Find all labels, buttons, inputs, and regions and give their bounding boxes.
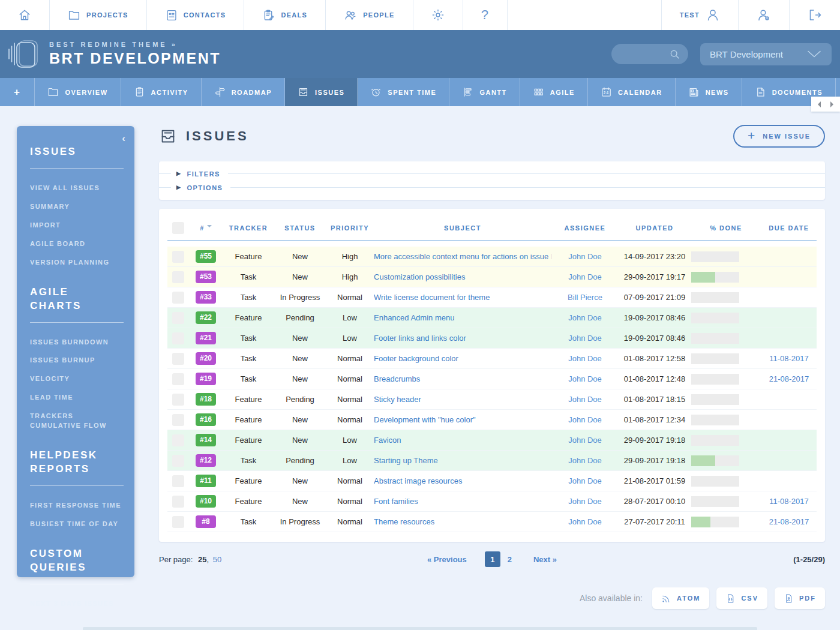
user-menu-button[interactable]: TEST: [661, 0, 738, 30]
sidebar-link-import[interactable]: IMPORT: [30, 221, 122, 230]
add-button[interactable]: +: [0, 78, 35, 106]
table-row[interactable]: #8 Task In Progress Normal Theme resourc…: [167, 512, 817, 532]
contacts-button[interactable]: CONTACTS: [147, 0, 245, 30]
issue-subject-link[interactable]: Footer links and links color: [374, 334, 466, 343]
table-row[interactable]: #20 Task New Normal Footer background co…: [167, 349, 817, 369]
deals-button[interactable]: DEALS: [244, 0, 326, 30]
table-row[interactable]: #12 Task Pending Low Starting up Theme J…: [167, 451, 817, 471]
sidebar-link-busiest-time-of-day[interactable]: BUSIEST TIME OF DAY: [30, 520, 122, 529]
nav-item-gantt[interactable]: GANTT: [449, 78, 520, 106]
table-row[interactable]: #14 Feature New Low Favicon John Doe 29-…: [167, 430, 817, 451]
row-checkbox[interactable]: [172, 312, 184, 324]
issue-id-badge[interactable]: #8: [196, 515, 216, 528]
sidebar-link-next-3-days-issues[interactable]: NEXT 3 DAYS ISSUES: [30, 599, 122, 609]
column-header-due-date[interactable]: DUE DATE: [761, 224, 817, 232]
issue-subject-link[interactable]: Sticky header: [374, 395, 421, 404]
assignee-link[interactable]: Bill Pierce: [568, 293, 602, 302]
table-row[interactable]: #21 Task New Low Footer links and links …: [167, 328, 817, 349]
export-pdf-button[interactable]: PDF: [775, 587, 825, 609]
export-atom-button[interactable]: ATOM: [652, 587, 709, 609]
nav-item-activity[interactable]: ACTIVITY: [121, 78, 202, 106]
next-page-link[interactable]: Next »: [533, 555, 557, 564]
issue-id-badge[interactable]: #33: [196, 291, 216, 304]
export-csv-button[interactable]: CSV: [716, 587, 767, 609]
assignee-link[interactable]: John Doe: [568, 456, 602, 465]
sidebar-link-agile-board[interactable]: AGILE BOARD: [30, 239, 122, 249]
row-checkbox[interactable]: [172, 332, 184, 344]
issue-subject-link[interactable]: Theme resources: [374, 517, 434, 526]
current-page[interactable]: 1: [485, 551, 500, 567]
column-header-status[interactable]: STATUS: [274, 224, 326, 232]
issue-id-badge[interactable]: #11: [196, 475, 216, 487]
row-checkbox[interactable]: [172, 414, 184, 426]
help-button[interactable]: ?: [463, 0, 508, 30]
table-row[interactable]: #16 Feature New Normal Development with …: [167, 410, 817, 430]
sidebar-link-lead-time[interactable]: LEAD TIME: [30, 393, 122, 403]
sidebar-link-issues-burnup[interactable]: ISSUES BURNUP: [30, 356, 122, 365]
previous-page-link[interactable]: « Previous: [427, 555, 467, 564]
issue-id-badge[interactable]: #21: [196, 332, 216, 344]
issue-subject-link[interactable]: Breadcrumbs: [374, 374, 420, 383]
table-row[interactable]: #19 Task New Normal Breadcrumbs John Doe…: [167, 369, 817, 389]
assignee-link[interactable]: John Doe: [568, 436, 602, 445]
per-page-25[interactable]: 25: [198, 555, 206, 564]
people-button[interactable]: PEOPLE: [326, 0, 413, 30]
issue-id-badge[interactable]: #10: [196, 495, 216, 508]
assignee-link[interactable]: John Doe: [568, 517, 602, 526]
nav-item-spent-time[interactable]: SPENT TIME: [358, 78, 449, 106]
options-toggle[interactable]: ▶ OPTIONS: [159, 181, 825, 194]
issue-subject-link[interactable]: Customization possibilities: [374, 272, 465, 281]
search-icon[interactable]: [668, 48, 681, 61]
assignee-link[interactable]: John Doe: [568, 354, 602, 363]
issue-subject-link[interactable]: Starting up Theme: [374, 456, 438, 465]
nav-item-agile[interactable]: AGILE: [520, 78, 588, 106]
project-selector[interactable]: BRT Development: [700, 43, 832, 65]
issue-subject-link[interactable]: Favicon: [374, 436, 401, 445]
issue-subject-link[interactable]: More accessible context menu for actions…: [374, 252, 551, 261]
table-row[interactable]: #10 Feature New Normal Font families Joh…: [167, 491, 817, 512]
row-checkbox[interactable]: [172, 353, 184, 365]
issue-id-badge[interactable]: #22: [196, 311, 216, 324]
issue-subject-link[interactable]: Enhanced Admin menu: [374, 313, 454, 322]
nav-item-issues[interactable]: ISSUES: [285, 78, 358, 106]
row-checkbox[interactable]: [172, 271, 184, 283]
assignee-link[interactable]: John Doe: [568, 497, 602, 506]
row-checkbox[interactable]: [172, 475, 184, 487]
issue-id-badge[interactable]: #19: [196, 373, 216, 385]
assignee-link[interactable]: John Doe: [568, 272, 602, 281]
sidebar-link-view-all-issues[interactable]: VIEW ALL ISSUES: [30, 184, 122, 193]
assignee-link[interactable]: John Doe: [568, 313, 602, 322]
assignee-link[interactable]: John Doe: [568, 374, 602, 383]
table-row[interactable]: #53 Task New High Customization possibil…: [167, 267, 817, 287]
table-row[interactable]: #33 Task In Progress Normal Write licens…: [167, 287, 817, 308]
logout-button[interactable]: [789, 0, 840, 30]
assignee-link[interactable]: John Doe: [568, 334, 602, 343]
row-checkbox[interactable]: [172, 516, 184, 528]
column-header-subject[interactable]: SUBJECT: [374, 224, 551, 232]
search-input[interactable]: [619, 49, 668, 59]
issue-id-badge[interactable]: #12: [196, 454, 216, 467]
per-page-50[interactable]: 50: [213, 555, 221, 564]
issue-id-badge[interactable]: #18: [196, 393, 216, 406]
assignee-link[interactable]: John Doe: [568, 252, 602, 261]
nav-item-overview[interactable]: OVERVIEW: [35, 78, 121, 106]
sidebar-link-first-response-time[interactable]: FIRST RESPONSE TIME: [30, 501, 122, 511]
page-2-link[interactable]: 2: [508, 555, 512, 564]
sidebar-collapse-icon[interactable]: ‹: [122, 133, 125, 143]
column-header-updated[interactable]: UPDATED: [619, 224, 691, 232]
sidebar-link-velocity[interactable]: VELOCITY: [30, 374, 122, 384]
row-checkbox[interactable]: [172, 455, 184, 467]
row-checkbox[interactable]: [172, 292, 184, 304]
sidebar-link-version-planning[interactable]: VERSION PLANNING: [30, 258, 122, 268]
issue-subject-link[interactable]: Write license document for theme: [374, 293, 490, 302]
assignee-link[interactable]: John Doe: [568, 476, 602, 485]
select-all-checkbox[interactable]: [172, 222, 184, 234]
home-button[interactable]: [0, 0, 50, 30]
issue-subject-link[interactable]: Font families: [374, 497, 418, 506]
row-checkbox[interactable]: [172, 394, 184, 406]
nav-item-roadmap[interactable]: ROADMAP: [202, 78, 285, 106]
issue-subject-link[interactable]: Footer background color: [374, 354, 458, 363]
issue-id-badge[interactable]: #16: [196, 413, 216, 426]
assignee-link[interactable]: John Doe: [568, 395, 602, 404]
sidebar-link-trackers-cumulative-flow[interactable]: TRACKERS CUMULATIVE FLOW: [30, 412, 122, 431]
